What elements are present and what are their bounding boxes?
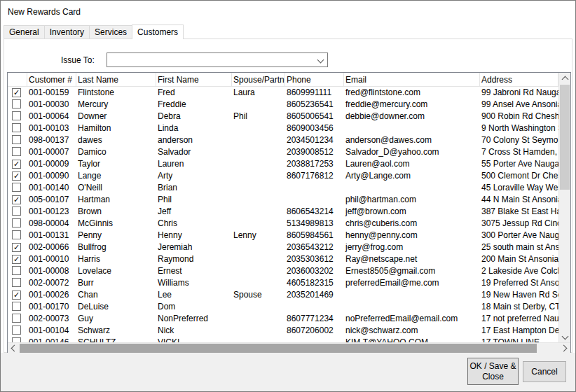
row-checkbox[interactable]: ✓	[12, 290, 21, 300]
row-checkbox[interactable]	[12, 314, 21, 323]
column-header-address[interactable]: Address	[480, 73, 558, 86]
tab-inventory[interactable]: Inventory	[44, 25, 90, 38]
table-row[interactable]: 001-00103HamiltonLinda86090034569 North …	[8, 122, 558, 134]
row-checkbox[interactable]	[12, 206, 21, 216]
row-checkbox[interactable]: ✓	[12, 243, 21, 252]
cell-spouse	[232, 313, 285, 325]
cell-spouse	[232, 206, 285, 218]
table-row[interactable]: 001-00008LovelaceErnest2036003202Ernest8…	[8, 265, 558, 277]
row-checkbox[interactable]	[12, 123, 21, 132]
table-row[interactable]: 001-00131PennyHennyLenny8605984561henny@…	[8, 230, 558, 241]
tab-services[interactable]: Services	[89, 25, 132, 38]
cell-email	[344, 182, 480, 194]
cell-customer: 002-00073	[27, 313, 76, 325]
row-checkbox-cell	[8, 206, 27, 218]
column-header-email[interactable]: Email	[344, 73, 480, 86]
table-row[interactable]: ✓001-00159FlintstoneFredLaura8609991111f…	[8, 87, 558, 99]
cell-first: Linda	[156, 122, 232, 134]
table-row[interactable]: 001-00170DeLuiseDom18 Main st Derby, CT	[8, 301, 558, 313]
column-header-last-name[interactable]: Last Name	[76, 73, 156, 86]
table-row[interactable]: 001-00030MercuryFreddie8605236541freddie…	[8, 99, 558, 111]
row-checkbox[interactable]: ✓	[12, 160, 21, 169]
vertical-scrollbar-thumb[interactable]	[560, 85, 570, 190]
cell-spouse	[232, 158, 285, 170]
cell-last: Hartman	[76, 194, 156, 206]
row-checkbox[interactable]	[12, 135, 21, 144]
row-checkbox[interactable]	[12, 218, 21, 227]
cell-customer: 001-00010	[27, 253, 76, 265]
issue-to-label: Issue To:	[61, 55, 95, 65]
table-row[interactable]: 002-00073GuyNonPreferred8607771234noPref…	[8, 313, 558, 325]
cell-address: 45 Loraville Way Wes	[480, 182, 558, 194]
cell-spouse	[232, 99, 285, 111]
cell-first: Williams	[156, 277, 232, 289]
issue-to-combobox[interactable]	[107, 52, 328, 67]
table-row[interactable]: 001-00064DownerDebraPhil8605006541debbie…	[8, 111, 558, 122]
table-row[interactable]: ✓001-00026ChanLeeSpouse203520146919 New …	[8, 289, 558, 301]
table-row[interactable]: 098-00004McGinnisChris5134989813chris@cu…	[8, 218, 558, 230]
cell-spouse	[232, 301, 285, 313]
cell-address: 55 Porter Ave Naugat	[480, 158, 558, 170]
cell-first: Chris	[156, 218, 232, 230]
row-checkbox[interactable]	[12, 302, 21, 311]
cell-spouse	[232, 146, 285, 158]
row-checkbox[interactable]	[12, 326, 21, 335]
cell-phone: 2038817253	[285, 158, 344, 170]
horizontal-scrollbar-thumb[interactable]	[20, 344, 537, 354]
column-header-checkbox[interactable]	[8, 73, 27, 86]
row-checkbox[interactable]	[12, 266, 21, 275]
cell-spouse	[232, 265, 285, 277]
row-checkbox[interactable]	[12, 111, 21, 120]
cell-email: preferredEmail@me.com	[344, 277, 480, 289]
scroll-down-icon[interactable]	[559, 330, 570, 342]
ok-save-close-button[interactable]: OK / Save & Close	[467, 358, 519, 385]
cell-spouse	[232, 194, 285, 206]
cell-first: Arty	[156, 170, 232, 182]
row-checkbox[interactable]	[12, 99, 21, 108]
table-row[interactable]: ✓001-00010HarrisRaymond2035303612Ray@net…	[8, 253, 558, 265]
column-header-spouse-partner[interactable]: Spouse/Partner	[232, 73, 285, 86]
title-bar: New Rewards Card	[1, 1, 575, 22]
row-checkbox[interactable]	[12, 278, 21, 287]
cell-spouse: Laura	[232, 87, 285, 99]
table-row[interactable]: 001-00104SchwarzNick8607206002nick@schwa…	[8, 325, 558, 337]
vertical-scrollbar[interactable]	[558, 73, 570, 342]
row-checkbox[interactable]: ✓	[12, 172, 21, 181]
cell-spouse: Phil	[232, 111, 285, 122]
table-row[interactable]: 098-00137dawesanderson2034501234anderson…	[8, 134, 558, 146]
row-checkbox[interactable]: ✓	[12, 88, 21, 97]
cell-address: 7 Cross St Hamden, C	[480, 146, 558, 158]
cancel-button[interactable]: Cancel	[523, 361, 566, 382]
row-checkbox[interactable]	[12, 230, 21, 239]
cell-phone: 8605006541	[285, 111, 344, 122]
cell-customer: 002-00066	[27, 241, 76, 253]
row-checkbox[interactable]: ✓	[12, 195, 21, 204]
cell-customer: 001-00131	[27, 230, 76, 241]
cell-email: Lauren@aol.com	[344, 158, 480, 170]
row-checkbox[interactable]	[12, 147, 21, 156]
table-row[interactable]: ✓001-00090LangeArty8607176812Arty@Lange.…	[8, 170, 558, 182]
table-row[interactable]: 001-00140O'NeillBrian45 Loraville Way We…	[8, 182, 558, 194]
table-row[interactable]: ✓001-00009TaylorLauren2038817253Lauren@a…	[8, 158, 558, 170]
row-checkbox[interactable]	[12, 183, 21, 192]
tab-customers[interactable]: Customers	[132, 24, 184, 39]
column-header-phone[interactable]: Phone	[285, 73, 344, 86]
table-row[interactable]: ✓005-00107HartmanPhilphil@hartman.com44 …	[8, 194, 558, 206]
cell-spouse	[232, 170, 285, 182]
cell-address: 19 New Haven Rd Se	[480, 289, 558, 301]
cell-phone: 8606543214	[285, 206, 344, 218]
table-row[interactable]: 002-00072BurrWilliams4605182315preferred…	[8, 277, 558, 289]
customers-grid: Customer # Last Name First Name Spouse/P…	[7, 72, 571, 355]
column-header-first-name[interactable]: First Name	[156, 73, 232, 86]
row-checkbox[interactable]: ✓	[12, 255, 21, 264]
cell-first: VICKI	[156, 337, 232, 342]
table-row[interactable]: ✓002-00066BullfrogJeremiah2036543212jerr…	[8, 241, 558, 253]
table-row[interactable]: 001-00123BrownJeff8606543214jeff@brown.c…	[8, 206, 558, 218]
table-row[interactable]: 001-00146SCHULTZVICKIKIM.T@YAHOO.COM17 T…	[8, 337, 558, 342]
scroll-up-icon[interactable]	[559, 73, 570, 85]
tab-general[interactable]: General	[4, 25, 45, 38]
table-row[interactable]: 001-00007DamicoSalvador2039008512Salvado…	[8, 146, 558, 158]
cell-spouse	[232, 122, 285, 134]
column-header-customer-number[interactable]: Customer #	[27, 73, 76, 86]
row-checkbox[interactable]	[12, 337, 21, 342]
